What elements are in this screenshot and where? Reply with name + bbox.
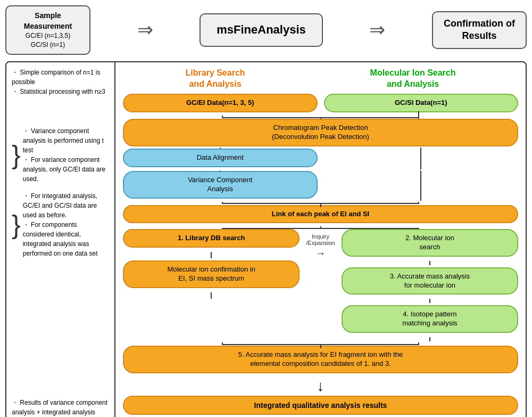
search-row: 1. Library DB search Molecular ion confi… [123,229,518,341]
mol-down-3 [429,337,430,341]
molecular-header: Molecular Ion Searchand Analysis [370,68,456,90]
sidebar-section-4: ・ Results of variance component analysis… [12,398,109,417]
top-row: SampleMeasurement GC/EI (n=1,3,5) GC/SI … [5,5,527,55]
isotope-box: 4. Isotope patternmatching analysis [342,305,518,333]
accurate-fragment-label: 5. Accurate mass analysis for EI fragmen… [238,350,403,367]
converge-section [123,116,518,117]
arrow-right-1: ⇒ [137,19,153,41]
inquiry-label: Inquiry/Expansion [306,233,335,246]
converge2 [123,202,518,203]
headers-row: Library Searchand Analysis Molecular Ion… [123,68,518,90]
accurate-mass-box: 3. Accurate mass analysisfor molecular i… [342,267,518,295]
sidebar-section-1: ・ Simple comparison of n=1 is possible ・… [12,68,109,96]
link-row: Link of each peak of EI and SI [123,205,518,226]
chromatogram-label: Chromatogram Peak Detection(Deconvolutio… [272,124,369,141]
accurate-fragment-box: 5. Accurate mass analysis for EI fragmen… [123,346,518,373]
variance-row: Variance ComponentAnalysis [123,171,518,201]
alignment-row: Data Alignment [123,149,518,169]
right-line [420,149,421,169]
flow-area: Library Searchand Analysis Molecular Ion… [115,62,526,417]
mol-ion-confirmation-label: Molecular ion confirmation inEI, SI mass… [167,265,255,282]
gcsi-col: GC/SI Data(n=1) [324,94,519,115]
integrated-box: Integrated qualitative analysis results [123,396,518,415]
arrow-right-2: ⇒ [369,19,385,41]
brace-2: } [12,191,21,258]
pre-fragment-connector [123,345,518,346]
arrow-right-inquiry: → [315,247,326,259]
variance-col: Variance ComponentAnalysis [123,171,318,201]
brace-1: } [12,126,21,184]
top-data-row: GC/EI Data(n=1, 3, 5) GC/SI Data(n=1) [123,94,518,115]
sidebar-text-4: ・ Results of variance component analysis… [12,398,109,417]
alignment-col: Data Alignment [123,149,318,169]
isotope-label: 4. Isotope patternmatching analysis [402,310,457,327]
lib-down-2 [211,292,212,299]
sample-detail2: GC/SI (n=1) [14,40,82,50]
mol-ion-search-box: 2. Molecular ionsearch [342,229,518,257]
sample-detail1: GC/EI (n=1,3,5) [14,31,82,40]
sidebar-section-3: ・ For integrated analysis, GC/EI and GC/… [23,191,109,258]
brace-section-2: } ・ For integrated analysis, GC/EI and G… [12,191,109,258]
inquiry-col: Inquiry/Expansion → [306,229,335,259]
page: SampleMeasurement GC/EI (n=1,3,5) GC/SI … [0,0,532,417]
pre-link-vline [320,204,321,205]
right-top-vline [418,111,419,119]
accurate-mass-label: 3. Accurate mass analysisfor molecular i… [390,272,470,289]
chromatogram-box: Chromatogram Peak Detection(Deconvolutio… [123,119,518,146]
fragment-row: 5. Accurate mass analysis for EI fragmen… [123,346,518,375]
main-app-box: msFineAnalysis [200,13,323,47]
right-vline-area [324,148,519,149]
left-sidebar: ・ Simple comparison of n=1 is possible ・… [6,62,115,417]
post-chrom-connectors [123,148,518,149]
gcsi-box: GC/SI Data(n=1) [324,94,519,112]
sidebar-text-1: ・ Simple comparison of n=1 is possible [12,68,109,87]
gcei-box: GC/EI Data(n=1, 3, 5) [123,94,318,112]
split-section [123,226,518,227]
molecular-col: 2. Molecular ionsearch 3. Accurate mass … [342,229,518,341]
mol-ion-confirmation-box: Molecular ion confirmation inEI, SI mass… [123,260,300,288]
variance-box: Variance ComponentAnalysis [123,171,318,199]
confirmation-box: Confirmation ofResults [432,11,527,49]
converge3 [123,342,518,344]
right-line-col [324,149,519,169]
right-down-vline [420,148,421,149]
arrow-to-integrated: ↓ [123,379,518,394]
brace-section-1: } ・ Variance component analysis is perfo… [12,126,109,184]
main-area: ・ Simple comparison of n=1 is possible ・… [5,61,527,417]
main-app-title: msFineAnalysis [217,23,306,36]
mol-down-1 [429,261,430,265]
chromatogram-row: Chromatogram Peak Detection(Deconvolutio… [123,119,518,146]
integrated-row: Integrated qualitative analysis results [123,396,518,417]
left-down-vline [220,148,221,149]
link-box: Link of each peak of EI and SI [123,205,518,224]
lib-down-1 [211,252,212,258]
library-col: 1. Library DB search Molecular ion confi… [123,229,300,299]
library-header: Library Searchand Analysis [186,68,245,90]
sample-measurement-box: SampleMeasurement GC/EI (n=1,3,5) GC/SI … [5,5,90,55]
mol-ion-search-label: 2. Molecular ionsearch [405,234,454,251]
sample-label: SampleMeasurement [14,11,82,31]
sidebar-section-2: ・ Variance component analysis is perform… [23,126,109,184]
data-alignment-box: Data Alignment [123,149,318,167]
variance-label: Variance ComponentAnalysis [188,176,252,193]
mol-down-2 [429,299,430,303]
left-vline-area [123,148,318,149]
right-line-col2 [324,171,519,201]
right-line2 [420,171,421,201]
library-search-box: 1. Library DB search [123,229,300,248]
gcei-col: GC/EI Data(n=1, 3, 5) [123,94,318,115]
pre-link-connector [123,204,518,205]
pre-fragment-vline [320,345,321,346]
sidebar-text-2: ・ Statistical processing with n≥3 [12,87,109,96]
confirmation-title: Confirmation ofResults [444,18,515,41]
